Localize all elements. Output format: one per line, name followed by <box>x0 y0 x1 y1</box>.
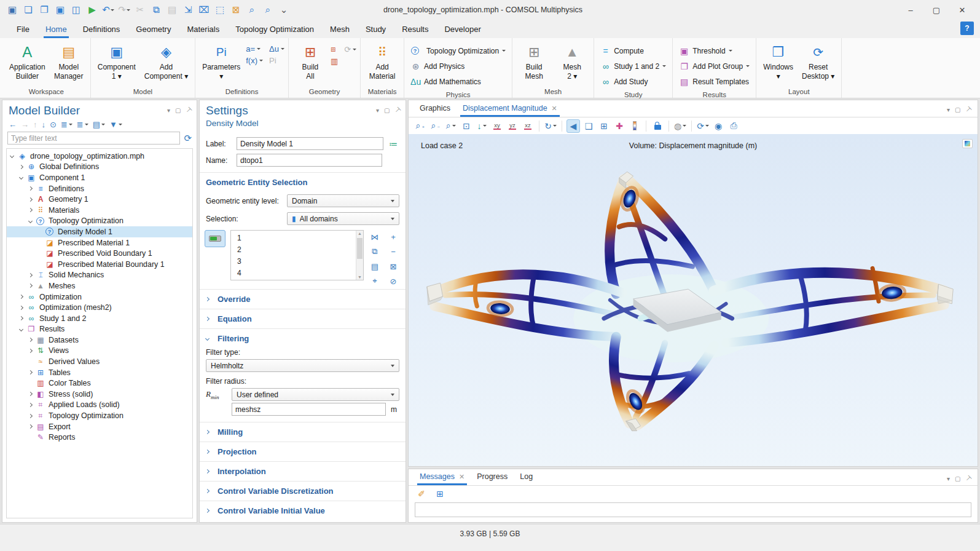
expand-chevron-icon[interactable] <box>19 306 23 310</box>
rotate-view-icon[interactable]: ↻ <box>544 119 557 133</box>
tree-item[interactable]: ⊞Tables <box>7 367 192 378</box>
filter-tree-icon[interactable]: ▼ <box>109 120 122 129</box>
label-input[interactable] <box>237 137 383 150</box>
close-tab-icon[interactable]: ✕ <box>459 473 465 481</box>
zoom-to-selection-icon[interactable]: ⌖ <box>369 276 381 287</box>
tab-geometry[interactable]: Geometry <box>128 22 179 38</box>
tab-home[interactable]: Home <box>37 22 75 38</box>
tree-item[interactable]: ?Topology Optimization <box>7 216 192 227</box>
expand-chevron-icon[interactable] <box>28 414 33 418</box>
entity-level-dropdown[interactable]: Domain <box>287 194 399 207</box>
lock-icon[interactable] <box>651 119 664 133</box>
application-builder-button[interactable]: AApplicationBuilder <box>6 41 49 82</box>
expand-chevron-icon[interactable] <box>28 349 33 353</box>
model-manager-button[interactable]: ▤ModelManager <box>51 41 87 82</box>
run-icon[interactable]: ▶ <box>85 2 100 17</box>
virtual-operations-icon[interactable]: ▥ <box>331 57 338 66</box>
add-plot-group-button[interactable]: ❐Add Plot Group <box>676 58 752 74</box>
collapse-panel-icon[interactable]: ▾ <box>376 107 379 114</box>
app-logo-icon[interactable]: ▣ <box>5 2 20 17</box>
speaker-icon[interactable]: ◀ <box>566 119 580 133</box>
tree-item[interactable]: ✎Reports <box>7 432 192 443</box>
zoom-out-icon[interactable]: ⌕₋ <box>429 119 442 133</box>
undo-icon[interactable]: ↶ <box>101 2 116 17</box>
expand-chevron-icon[interactable] <box>19 165 23 169</box>
print-icon[interactable]: ⎙ <box>727 119 740 133</box>
active-selection-toggle[interactable] <box>205 230 225 247</box>
tree-item[interactable]: ⠿Materials <box>7 205 192 216</box>
threshold-button[interactable]: ▣Threshold <box>676 43 752 58</box>
collapse-panel-icon[interactable]: ▾ <box>947 475 950 482</box>
build-mesh-button[interactable]: ⊞BuildMesh <box>516 41 552 82</box>
parameter-case-button[interactable]: Pi <box>269 56 284 65</box>
section-filtering[interactable]: Filtering <box>200 328 406 348</box>
expand-chevron-icon[interactable] <box>28 197 33 202</box>
tree-item[interactable]: ∞Optimization <box>7 291 192 303</box>
selection-entry[interactable]: 4 <box>231 267 363 279</box>
pin-icon[interactable]: ⊤ <box>963 474 973 484</box>
expand-chevron-icon[interactable] <box>28 283 33 288</box>
paste-icon[interactable]: ▤ <box>165 2 179 17</box>
open-file-icon[interactable]: ❐ <box>37 2 52 17</box>
cut-icon[interactable]: ✂ <box>133 2 147 17</box>
functions-button[interactable]: f(x) <box>246 56 263 65</box>
clear-log-brush-icon[interactable]: ✐ <box>415 487 428 501</box>
parameters-button[interactable]: PiParameters▾ <box>199 41 243 82</box>
tree-item[interactable]: ❐Results <box>7 324 192 335</box>
section-interpolation[interactable]: Interpolation <box>200 461 406 481</box>
selection-scrollbar[interactable]: ▲ ▼ <box>356 231 363 280</box>
tree-item[interactable]: ≈Derived Values <box>7 356 192 367</box>
tree-item[interactable]: ⌗Topology Optimization <box>7 410 192 421</box>
minimize-button[interactable]: – <box>898 1 923 18</box>
messages-tab-messages[interactable]: Messages✕ <box>414 469 471 485</box>
tab-results[interactable]: Results <box>394 22 436 38</box>
view-yz-icon[interactable]: yz <box>506 119 519 133</box>
tree-item[interactable]: ∞Study 1 and 2 <box>7 313 192 324</box>
tree-item[interactable]: ▤Export <box>7 421 192 432</box>
collapse-panel-icon[interactable]: ▾ <box>167 107 170 114</box>
tree-item[interactable]: ◈drone_topology_optimization.mph <box>7 151 192 162</box>
geometric-entity-selection-header[interactable]: Geometric Entity Selection <box>206 178 307 187</box>
expand-chevron-icon[interactable] <box>28 370 33 375</box>
tree-item[interactable]: ◪Prescribed Material 1 <box>7 237 192 248</box>
expand-chevron-icon[interactable] <box>28 424 33 429</box>
add-physics-button[interactable]: ⊛Add Physics <box>408 58 508 74</box>
zoom-extents-icon[interactable]: ⊡ <box>460 119 473 133</box>
axes-icon[interactable]: ✚ <box>613 119 626 133</box>
expand-chevron-icon[interactable] <box>28 208 33 212</box>
update-plot-icon[interactable]: ⟳ <box>696 119 710 133</box>
expand-chevron-icon[interactable] <box>28 219 33 223</box>
tab-developer[interactable]: Developer <box>436 22 488 38</box>
expand-chevron-icon[interactable] <box>19 316 23 320</box>
graphics-canvas[interactable]: Load case 2 Volume: Displacement magnitu… <box>409 134 978 466</box>
tree-item[interactable]: AGeometry 1 <box>7 194 192 205</box>
float-panel-icon[interactable]: ▢ <box>955 106 960 113</box>
message-table-icon[interactable]: ⊞ <box>433 487 447 501</box>
view-xz-icon[interactable]: xz <box>521 119 535 133</box>
expand-all-icon[interactable]: ≣ <box>77 120 88 129</box>
new-file-icon[interactable]: ❏ <box>21 2 36 17</box>
zoom-box-icon[interactable]: ⌕ <box>444 119 458 133</box>
tree-item[interactable]: ◪Prescribed Void Boundary 1 <box>7 248 192 259</box>
find-icon[interactable]: ⌕ <box>245 2 259 17</box>
create-selection-icon[interactable]: ⋈ <box>369 231 381 242</box>
filter-radius-input[interactable] <box>232 403 386 416</box>
tree-item[interactable]: ▦Datasets <box>7 335 192 346</box>
filter-type-dropdown[interactable]: Helmholtz <box>206 359 399 372</box>
color-legend-icon[interactable] <box>628 119 641 133</box>
component-1-button[interactable]: ▣Component1 ▾ <box>95 41 139 82</box>
model-tree-nodes-icon[interactable]: ▤ <box>93 120 105 129</box>
selection-list[interactable]: 1234 ▲ ▼ <box>230 230 364 280</box>
select-box-icon[interactable]: ⬚ <box>213 2 227 17</box>
tab-topology-optimization[interactable]: Topology Optimization <box>227 22 322 38</box>
float-panel-icon[interactable]: ▢ <box>175 107 181 114</box>
expand-chevron-icon[interactable] <box>10 154 14 158</box>
tree-item[interactable]: ⊕Global Definitions <box>7 162 192 173</box>
customize-qat-icon[interactable]: ⌄ <box>276 2 291 17</box>
tab-definitions[interactable]: Definitions <box>75 22 128 38</box>
transparency-icon[interactable]: ❑ <box>582 119 595 133</box>
expand-chevron-icon[interactable] <box>19 175 23 180</box>
tree-item[interactable]: ⌶Solid Mechanics <box>7 270 192 281</box>
selection-entry[interactable]: 3 <box>231 255 363 267</box>
tree-item[interactable]: ?Density Model 1 <box>7 226 192 237</box>
